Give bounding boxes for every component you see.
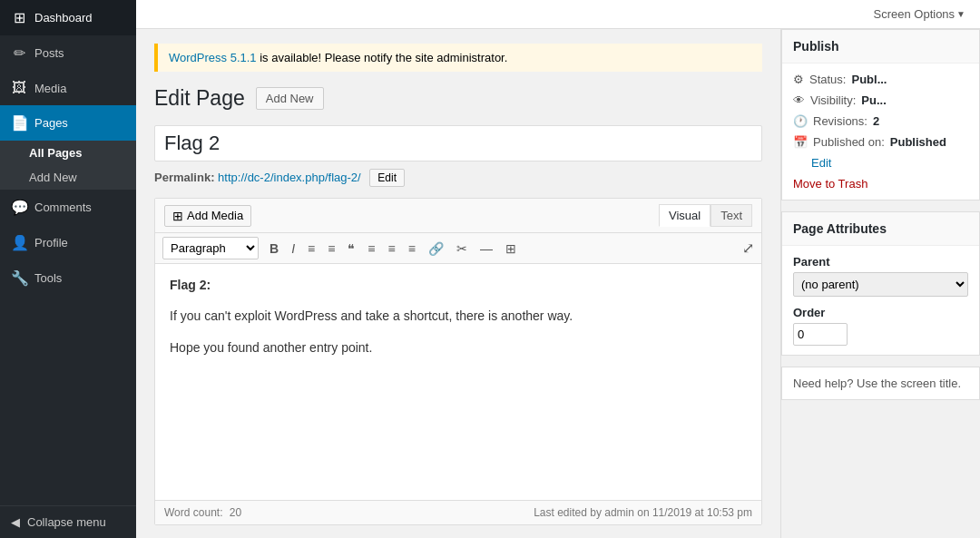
content-area: WordPress 5.1.1 is available! Please not…	[136, 29, 980, 538]
order-input[interactable]	[793, 323, 848, 346]
published-label: Published on:	[813, 135, 885, 149]
sidebar-item-media[interactable]: 🖼 Media	[0, 71, 136, 105]
right-sidebar: Publish ⚙ Status: Publ... 👁 Visibility: …	[780, 29, 980, 538]
page-attributes-box: Page Attributes Parent (no parent) Order	[781, 211, 980, 356]
help-text: Need help? Use the screen title.	[793, 377, 961, 390]
align-right-button[interactable]: ≡	[403, 238, 421, 259]
editor-top-toolbar: ⊞ Add Media Visual Text	[155, 199, 761, 233]
content-para1: If you can't exploit WordPress and take …	[170, 306, 747, 326]
topbar: Screen Options ▼	[136, 0, 980, 29]
sidebar-item-label: Posts	[34, 46, 64, 60]
ordered-list-button[interactable]: ≡	[302, 238, 320, 259]
editor-wrap: ⊞ Add Media Visual Text Paragraph Headin…	[154, 198, 762, 525]
collapse-menu[interactable]: ◀ Collapse menu	[0, 505, 136, 538]
bold-button[interactable]: B	[264, 238, 284, 259]
publish-box-content: ⚙ Status: Publ... 👁 Visibility: Pu... 🕐 …	[782, 64, 979, 200]
sidebar-item-posts[interactable]: ✏ Posts	[0, 35, 136, 71]
comments-icon: 💬	[11, 199, 27, 216]
parent-label: Parent	[793, 255, 968, 269]
wp-version-link[interactable]: WordPress 5.1.1	[169, 51, 257, 64]
status-icon: ⚙	[793, 73, 804, 86]
word-count-value: 20	[230, 506, 241, 519]
format-toolbar: Paragraph Heading 1 Heading 2 Heading 3 …	[155, 233, 761, 264]
permalink-url[interactable]: http://dc-2/index.php/flag-2/	[218, 171, 361, 184]
screen-options-btn[interactable]: Screen Options	[873, 7, 955, 21]
update-notice: WordPress 5.1.1 is available! Please not…	[154, 44, 762, 72]
tools-icon: 🔧	[11, 269, 27, 287]
status-label: Status:	[809, 73, 846, 86]
hr-button[interactable]: —	[475, 238, 498, 259]
order-label: Order	[793, 306, 968, 319]
visibility-label: Visibility:	[810, 93, 856, 107]
word-count-label: Word count:	[164, 506, 222, 519]
add-new-button[interactable]: Add New	[256, 87, 324, 110]
dashboard-icon: ⊞	[11, 9, 27, 26]
content-para2: Hope you found another entry point.	[170, 337, 747, 357]
parent-select[interactable]: (no parent)	[793, 272, 968, 297]
permalink-label: Permalink:	[154, 171, 214, 184]
permalink-row: Permalink: http://dc-2/index.php/flag-2/…	[154, 169, 762, 187]
sidebar-item-pages[interactable]: 📄 Pages	[0, 105, 136, 141]
paragraph-select[interactable]: Paragraph Heading 1 Heading 2 Heading 3 …	[162, 237, 259, 259]
sidebar-item-label: Tools	[34, 271, 62, 285]
sidebar-item-profile[interactable]: 👤 Profile	[0, 225, 136, 260]
align-center-button[interactable]: ≡	[383, 238, 401, 259]
revisions-row: 🕐 Revisions: 2	[793, 114, 968, 128]
content-heading: Flag 2:	[170, 278, 211, 292]
profile-icon: 👤	[11, 234, 27, 251]
word-count-area: Word count: 20	[164, 506, 241, 519]
sidebar-item-label: Pages	[34, 116, 68, 130]
chevron-down-icon: ▼	[956, 9, 965, 19]
permalink-edit-button[interactable]: Edit	[369, 169, 405, 187]
notice-message: is available! Please notify the site adm…	[257, 51, 508, 64]
editor-footer: Word count: 20 Last edited by admin on 1…	[155, 500, 761, 524]
main-content: Screen Options ▼ WordPress 5.1.1 is avai…	[136, 0, 980, 538]
revisions-label: Revisions:	[813, 114, 867, 128]
publish-box-title: Publish	[782, 30, 979, 64]
blockquote-button[interactable]: ❝	[342, 238, 360, 259]
visibility-row: 👁 Visibility: Pu...	[793, 93, 968, 107]
tab-visual[interactable]: Visual	[659, 204, 710, 227]
revisions-icon: 🕐	[793, 114, 808, 128]
visibility-value: Pu...	[861, 93, 886, 107]
sidebar-item-comments[interactable]: 💬 Comments	[0, 190, 136, 225]
page-attributes-title: Page Attributes	[782, 212, 979, 246]
published-value: Published	[890, 135, 946, 149]
align-left-button[interactable]: ≡	[362, 238, 380, 259]
sidebar-sub-all-pages[interactable]: All Pages	[0, 141, 136, 165]
last-edited-text: Last edited by admin on 11/2019 at 10:53…	[534, 506, 752, 519]
unordered-list-button[interactable]: ≡	[322, 238, 340, 259]
published-edit-link[interactable]: Edit	[811, 156, 831, 170]
add-media-icon: ⊞	[172, 209, 183, 223]
page-attributes-content: Parent (no parent) Order	[782, 246, 979, 355]
unlink-button[interactable]: ✂	[451, 238, 473, 259]
sidebar-sub-add-new[interactable]: Add New	[0, 165, 136, 190]
sidebar-item-tools[interactable]: 🔧 Tools	[0, 260, 136, 296]
pages-icon: 📄	[11, 114, 27, 132]
add-media-button[interactable]: ⊞ Add Media	[164, 205, 251, 227]
sidebar-item-label: Profile	[34, 236, 68, 249]
published-icon: 📅	[793, 135, 808, 149]
revisions-value: 2	[873, 114, 879, 128]
status-row: ⚙ Status: Publ...	[793, 73, 968, 86]
status-value: Publ...	[851, 73, 887, 86]
collapse-icon: ◀	[11, 515, 20, 529]
collapse-label: Collapse menu	[27, 515, 106, 529]
sidebar-item-label: Comments	[34, 201, 92, 214]
link-button[interactable]: 🔗	[423, 238, 449, 259]
posts-icon: ✏	[11, 44, 27, 62]
help-box: Need help? Use the screen title.	[781, 367, 980, 400]
page-title: Edit Page	[154, 86, 245, 111]
tab-text[interactable]: Text	[710, 204, 752, 227]
fullscreen-button[interactable]: ⤢	[742, 240, 754, 257]
visual-text-tabs: Visual Text	[659, 204, 752, 227]
publish-box: Publish ⚙ Status: Publ... 👁 Visibility: …	[781, 29, 980, 201]
table-button[interactable]: ⊞	[500, 238, 522, 259]
sidebar-item-dashboard[interactable]: ⊞ Dashboard	[0, 0, 136, 35]
move-to-trash-link[interactable]: Move to Trash	[793, 177, 968, 191]
page-title-input[interactable]	[154, 125, 762, 161]
italic-button[interactable]: I	[286, 238, 300, 259]
editor-area: WordPress 5.1.1 is available! Please not…	[136, 29, 780, 538]
editor-content[interactable]: Flag 2: If you can't exploit WordPress a…	[155, 264, 761, 500]
sidebar: ⊞ Dashboard ✏ Posts 🖼 Media 📄 Pages All …	[0, 0, 136, 538]
